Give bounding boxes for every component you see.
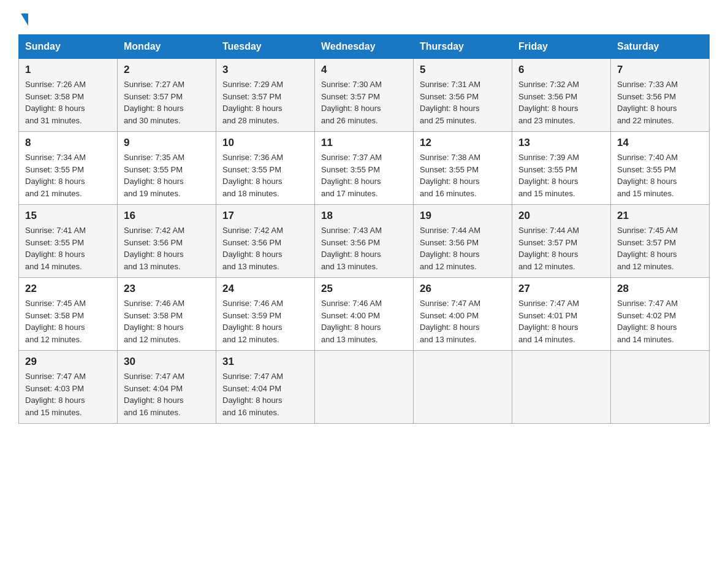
- day-info: Sunrise: 7:31 AMSunset: 3:56 PMDaylight:…: [420, 79, 506, 126]
- calendar-cell: 11Sunrise: 7:37 AMSunset: 3:55 PMDayligh…: [315, 132, 414, 205]
- day-number: 28: [617, 283, 703, 295]
- day-number: 14: [617, 137, 703, 149]
- day-number: 17: [222, 210, 308, 222]
- header-friday: Friday: [512, 35, 611, 59]
- calendar-cell: 15Sunrise: 7:41 AMSunset: 3:55 PMDayligh…: [19, 205, 118, 278]
- week-row-4: 22Sunrise: 7:45 AMSunset: 3:58 PMDayligh…: [19, 278, 710, 351]
- calendar-cell: 3Sunrise: 7:29 AMSunset: 3:57 PMDaylight…: [216, 59, 315, 132]
- calendar-cell: 21Sunrise: 7:45 AMSunset: 3:57 PMDayligh…: [611, 205, 710, 278]
- logo-blue-text: [18, 12, 28, 25]
- calendar-cell: 25Sunrise: 7:46 AMSunset: 4:00 PMDayligh…: [315, 278, 414, 351]
- day-number: 8: [25, 137, 111, 149]
- calendar-cell: 27Sunrise: 7:47 AMSunset: 4:01 PMDayligh…: [512, 278, 611, 351]
- calendar-cell: 20Sunrise: 7:44 AMSunset: 3:57 PMDayligh…: [512, 205, 611, 278]
- calendar-cell: 22Sunrise: 7:45 AMSunset: 3:58 PMDayligh…: [19, 278, 118, 351]
- day-number: 25: [321, 283, 407, 295]
- calendar-cell: 17Sunrise: 7:42 AMSunset: 3:56 PMDayligh…: [216, 205, 315, 278]
- day-info: Sunrise: 7:44 AMSunset: 3:56 PMDaylight:…: [420, 224, 506, 272]
- day-number: 27: [518, 283, 604, 295]
- day-info: Sunrise: 7:30 AMSunset: 3:57 PMDaylight:…: [321, 79, 407, 126]
- day-number: 24: [222, 283, 308, 295]
- calendar-cell: 6Sunrise: 7:32 AMSunset: 3:56 PMDaylight…: [512, 59, 611, 132]
- calendar-cell: 12Sunrise: 7:38 AMSunset: 3:55 PMDayligh…: [414, 132, 512, 205]
- day-info: Sunrise: 7:29 AMSunset: 3:57 PMDaylight:…: [222, 79, 308, 126]
- calendar-cell: 4Sunrise: 7:30 AMSunset: 3:57 PMDaylight…: [315, 59, 414, 132]
- calendar-cell: 5Sunrise: 7:31 AMSunset: 3:56 PMDaylight…: [414, 59, 512, 132]
- day-info: Sunrise: 7:37 AMSunset: 3:55 PMDaylight:…: [321, 151, 407, 199]
- day-info: Sunrise: 7:41 AMSunset: 3:55 PMDaylight:…: [25, 224, 111, 272]
- calendar-cell: 14Sunrise: 7:40 AMSunset: 3:55 PMDayligh…: [611, 132, 710, 205]
- calendar-cell: 29Sunrise: 7:47 AMSunset: 4:03 PMDayligh…: [19, 351, 118, 424]
- header-tuesday: Tuesday: [216, 35, 315, 59]
- calendar-cell: 9Sunrise: 7:35 AMSunset: 3:55 PMDaylight…: [118, 132, 216, 205]
- calendar-cell: 23Sunrise: 7:46 AMSunset: 3:58 PMDayligh…: [118, 278, 216, 351]
- day-number: 19: [420, 210, 506, 222]
- day-number: 3: [222, 64, 308, 76]
- day-number: 12: [420, 137, 506, 149]
- days-header-row: SundayMondayTuesdayWednesdayThursdayFrid…: [19, 35, 710, 59]
- day-number: 21: [617, 210, 703, 222]
- header-saturday: Saturday: [611, 35, 710, 59]
- day-info: Sunrise: 7:44 AMSunset: 3:57 PMDaylight:…: [518, 224, 604, 272]
- calendar-cell: [611, 351, 710, 424]
- day-number: 5: [420, 64, 506, 76]
- header-monday: Monday: [118, 35, 216, 59]
- calendar-cell: 26Sunrise: 7:47 AMSunset: 4:00 PMDayligh…: [414, 278, 512, 351]
- calendar-cell: 8Sunrise: 7:34 AMSunset: 3:55 PMDaylight…: [19, 132, 118, 205]
- header-wednesday: Wednesday: [315, 35, 414, 59]
- calendar-cell: [512, 351, 611, 424]
- week-row-2: 8Sunrise: 7:34 AMSunset: 3:55 PMDaylight…: [19, 132, 710, 205]
- day-number: 7: [617, 64, 703, 76]
- day-info: Sunrise: 7:43 AMSunset: 3:56 PMDaylight:…: [321, 224, 407, 272]
- day-info: Sunrise: 7:45 AMSunset: 3:58 PMDaylight:…: [25, 297, 111, 345]
- calendar-cell: 16Sunrise: 7:42 AMSunset: 3:56 PMDayligh…: [118, 205, 216, 278]
- day-number: 6: [518, 64, 604, 76]
- logo: [18, 12, 28, 25]
- header-thursday: Thursday: [414, 35, 512, 59]
- day-number: 1: [25, 64, 111, 76]
- day-info: Sunrise: 7:40 AMSunset: 3:55 PMDaylight:…: [617, 151, 703, 199]
- calendar-cell: 19Sunrise: 7:44 AMSunset: 3:56 PMDayligh…: [414, 205, 512, 278]
- day-info: Sunrise: 7:35 AMSunset: 3:55 PMDaylight:…: [124, 151, 210, 199]
- day-info: Sunrise: 7:33 AMSunset: 3:56 PMDaylight:…: [617, 79, 703, 126]
- day-info: Sunrise: 7:36 AMSunset: 3:55 PMDaylight:…: [222, 151, 308, 199]
- day-info: Sunrise: 7:27 AMSunset: 3:57 PMDaylight:…: [124, 79, 210, 126]
- calendar-cell: 18Sunrise: 7:43 AMSunset: 3:56 PMDayligh…: [315, 205, 414, 278]
- day-number: 11: [321, 137, 407, 149]
- day-info: Sunrise: 7:32 AMSunset: 3:56 PMDaylight:…: [518, 79, 604, 126]
- day-number: 4: [321, 64, 407, 76]
- calendar-cell: 13Sunrise: 7:39 AMSunset: 3:55 PMDayligh…: [512, 132, 611, 205]
- calendar-table: SundayMondayTuesdayWednesdayThursdayFrid…: [18, 34, 710, 424]
- day-number: 22: [25, 283, 111, 295]
- day-number: 15: [25, 210, 111, 222]
- calendar-cell: 1Sunrise: 7:26 AMSunset: 3:58 PMDaylight…: [19, 59, 118, 132]
- day-number: 9: [124, 137, 210, 149]
- day-number: 23: [124, 283, 210, 295]
- day-number: 13: [518, 137, 604, 149]
- calendar-cell: 24Sunrise: 7:46 AMSunset: 3:59 PMDayligh…: [216, 278, 315, 351]
- day-info: Sunrise: 7:42 AMSunset: 3:56 PMDaylight:…: [222, 224, 308, 272]
- day-info: Sunrise: 7:39 AMSunset: 3:55 PMDaylight:…: [518, 151, 604, 199]
- page-header: [18, 12, 710, 25]
- day-info: Sunrise: 7:46 AMSunset: 3:59 PMDaylight:…: [222, 297, 308, 345]
- day-number: 10: [222, 137, 308, 149]
- day-info: Sunrise: 7:45 AMSunset: 3:57 PMDaylight:…: [617, 224, 703, 272]
- calendar-cell: 7Sunrise: 7:33 AMSunset: 3:56 PMDaylight…: [611, 59, 710, 132]
- logo-triangle-icon: [21, 13, 28, 26]
- header-sunday: Sunday: [19, 35, 118, 59]
- calendar-cell: 30Sunrise: 7:47 AMSunset: 4:04 PMDayligh…: [118, 351, 216, 424]
- calendar-cell: 2Sunrise: 7:27 AMSunset: 3:57 PMDaylight…: [118, 59, 216, 132]
- day-info: Sunrise: 7:38 AMSunset: 3:55 PMDaylight:…: [420, 151, 506, 199]
- calendar-cell: [414, 351, 512, 424]
- week-row-1: 1Sunrise: 7:26 AMSunset: 3:58 PMDaylight…: [19, 59, 710, 132]
- day-number: 30: [124, 356, 210, 368]
- calendar-cell: 31Sunrise: 7:47 AMSunset: 4:04 PMDayligh…: [216, 351, 315, 424]
- week-row-3: 15Sunrise: 7:41 AMSunset: 3:55 PMDayligh…: [19, 205, 710, 278]
- day-info: Sunrise: 7:42 AMSunset: 3:56 PMDaylight:…: [124, 224, 210, 272]
- day-number: 31: [222, 356, 308, 368]
- day-info: Sunrise: 7:47 AMSunset: 4:04 PMDaylight:…: [124, 370, 210, 418]
- day-info: Sunrise: 7:47 AMSunset: 4:00 PMDaylight:…: [420, 297, 506, 345]
- day-number: 29: [25, 356, 111, 368]
- week-row-5: 29Sunrise: 7:47 AMSunset: 4:03 PMDayligh…: [19, 351, 710, 424]
- day-info: Sunrise: 7:47 AMSunset: 4:04 PMDaylight:…: [222, 370, 308, 418]
